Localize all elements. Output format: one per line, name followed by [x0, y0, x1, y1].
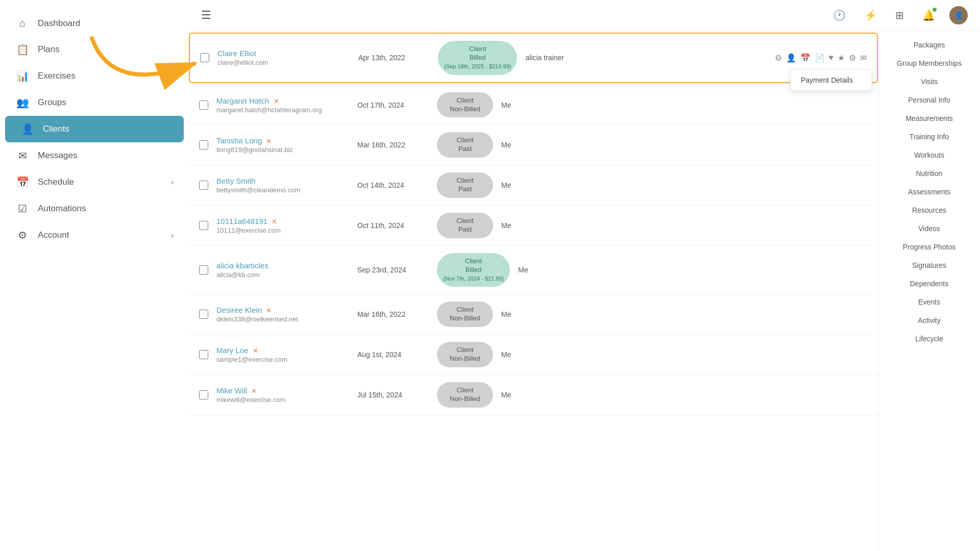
- client-date: Jul 15th, 2024: [357, 391, 429, 399]
- client-email: alicia@kb.com: [216, 271, 349, 279]
- exercises-icon: 📊: [15, 70, 30, 82]
- sidebar-item-clients[interactable]: 👤 Clients: [5, 116, 184, 142]
- client-name[interactable]: alicia kbarticles: [216, 261, 349, 270]
- client-name[interactable]: Betty Smith: [216, 177, 349, 185]
- client-checkbox[interactable]: [200, 53, 209, 62]
- client-info: Claire Elliot claire@elliot.com: [217, 49, 350, 66]
- client-row: Claire Elliot claire@elliot.com Apr 13th…: [189, 33, 878, 83]
- right-sidebar-resources[interactable]: Resources: [878, 201, 980, 219]
- heart-icon[interactable]: ♥: [829, 53, 834, 62]
- sidebar-item-account[interactable]: ⚙ Account ›: [0, 222, 189, 248]
- sidebar-item-dashboard[interactable]: ⌂ Dashboard: [0, 10, 189, 36]
- clients-icon: 👤: [20, 123, 35, 135]
- client-info: 10111a648191 ✕ 10111@exercise.com: [216, 217, 349, 234]
- client-info: Mike Will ✕ mikewill@exercise.com: [216, 386, 349, 404]
- sidebar: ⌂ Dashboard 📋 Plans 📊 Exercises 👥 Groups…: [0, 0, 189, 551]
- sidebar-item-messages[interactable]: ✉ Messages: [0, 142, 189, 169]
- right-sidebar-nutrition[interactable]: Nutrition: [878, 164, 980, 183]
- grid-icon[interactable]: ⊞: [895, 9, 904, 21]
- sidebar-item-plans[interactable]: 📋 Plans: [0, 36, 189, 63]
- clock-icon[interactable]: 🕐: [833, 9, 846, 21]
- client-name[interactable]: Tanisha Long ✕: [216, 136, 349, 145]
- status-badge: ClientNon-Billed: [437, 302, 493, 327]
- calendar-icon[interactable]: 📅: [800, 53, 811, 63]
- right-sidebar-measurements[interactable]: Measurements: [878, 109, 980, 128]
- right-sidebar-dependents[interactable]: Dependents: [878, 274, 980, 293]
- gear-icon[interactable]: ⚙: [849, 53, 856, 63]
- schedule-icon: 📅: [15, 176, 30, 188]
- client-checkbox[interactable]: [199, 181, 208, 190]
- right-sidebar-packages[interactable]: Packages: [878, 36, 980, 54]
- client-info: Desiree Klein ✕ dklein338@nielkeerised.n…: [216, 306, 349, 323]
- lightning-icon[interactable]: ⚡: [864, 9, 877, 21]
- client-info: Mary Loe ✕ sample1@exercise.com: [216, 346, 349, 363]
- client-date: Sep 23rd, 2024: [357, 266, 429, 274]
- right-sidebar-training-info[interactable]: Training Info: [878, 128, 980, 146]
- client-info: alicia kbarticles alicia@kb.com: [216, 261, 349, 279]
- sidebar-item-automations[interactable]: ☑ Automations: [0, 195, 189, 222]
- client-name[interactable]: Mike Will ✕: [216, 386, 349, 395]
- content-area: Claire Elliot claire@elliot.com Apr 13th…: [189, 31, 980, 551]
- client-checkbox[interactable]: [199, 140, 208, 149]
- home-icon: ⌂: [15, 17, 30, 29]
- sidebar-item-schedule[interactable]: 📅 Schedule ›: [0, 169, 189, 195]
- client-email: tlong819@gnolahsinat.biz: [216, 146, 349, 154]
- client-name[interactable]: Desiree Klein ✕: [216, 306, 349, 314]
- warning-icon: ✕: [266, 137, 272, 145]
- sidebar-item-label: Clients: [43, 124, 69, 134]
- menu-icon[interactable]: ☰: [201, 9, 211, 22]
- payment-details-item[interactable]: Payment Details: [791, 70, 871, 90]
- right-sidebar-lifecycle[interactable]: Lifecycle: [878, 330, 980, 348]
- client-checkbox[interactable]: [199, 390, 208, 399]
- warning-icon: ✕: [253, 347, 258, 355]
- client-checkbox[interactable]: [199, 101, 208, 110]
- email-icon[interactable]: ✉: [860, 53, 867, 63]
- sidebar-item-label: Exercises: [38, 71, 76, 81]
- document-icon[interactable]: 📄: [815, 53, 825, 63]
- right-sidebar-videos[interactable]: Videos: [878, 219, 980, 238]
- chevron-right-icon: ›: [171, 231, 174, 239]
- warning-icon: ✕: [251, 387, 257, 395]
- star-icon[interactable]: ★: [838, 53, 845, 63]
- client-checkbox[interactable]: [199, 265, 208, 274]
- client-row: Desiree Klein ✕ dklein338@nielkeerised.n…: [189, 294, 878, 335]
- right-sidebar-assessments[interactable]: Assessments: [878, 183, 980, 201]
- client-trainer: alicia trainer: [525, 54, 586, 62]
- status-badge: ClientBilled(Nov 7th, 2024 - $21.99): [437, 253, 510, 287]
- client-date: Mar 16th, 2022: [357, 141, 429, 149]
- account-icon: ⚙: [15, 229, 30, 241]
- client-row: Mary Loe ✕ sample1@exercise.com Aug 1st,…: [189, 335, 878, 375]
- right-sidebar-group-memberships[interactable]: Group Memberships: [878, 54, 980, 72]
- client-checkbox[interactable]: [199, 350, 208, 359]
- settings-icon[interactable]: ⚙: [775, 53, 782, 63]
- warning-icon: ✕: [266, 307, 272, 314]
- sidebar-item-label: Account: [38, 230, 69, 240]
- client-info: Tanisha Long ✕ tlong819@gnolahsinat.biz: [216, 136, 349, 154]
- client-checkbox[interactable]: [199, 310, 208, 319]
- client-checkbox[interactable]: [199, 221, 208, 230]
- client-name[interactable]: Mary Loe ✕: [216, 346, 349, 355]
- status-badge: ClientPaid: [437, 213, 493, 238]
- right-sidebar-events[interactable]: Events: [878, 293, 980, 311]
- right-sidebar-personal-info[interactable]: Personal Info: [878, 91, 980, 109]
- right-sidebar-progress-photos[interactable]: Progress Photos: [878, 238, 980, 256]
- right-sidebar-workouts[interactable]: Workouts: [878, 146, 980, 164]
- right-sidebar-activity[interactable]: Activity: [878, 311, 980, 330]
- bell-icon[interactable]: 🔔: [922, 9, 935, 21]
- groups-icon: 👥: [15, 96, 30, 109]
- right-sidebar-signatures[interactable]: Signatures: [878, 256, 980, 274]
- person-icon[interactable]: 👤: [786, 53, 796, 63]
- client-name[interactable]: Claire Elliot: [217, 49, 350, 58]
- user-avatar[interactable]: 👤: [949, 6, 968, 24]
- client-name[interactable]: 10111a648191 ✕: [216, 217, 349, 226]
- chevron-right-icon: ›: [171, 178, 174, 186]
- right-sidebar-visits[interactable]: Visits: [878, 72, 980, 91]
- client-date: Oct 11th, 2024: [357, 221, 429, 230]
- client-email: mikewill@exercise.com: [216, 396, 349, 404]
- sidebar-item-exercises[interactable]: 📊 Exercises: [0, 63, 189, 89]
- sidebar-item-groups[interactable]: 👥 Groups: [0, 89, 189, 116]
- status-badge: ClientBilled(Sep 16th, 2025 - $219.99): [438, 41, 517, 75]
- client-row: Betty Smith bettysmith@cleandemo.com Oct…: [189, 165, 878, 206]
- client-row: alicia kbarticles alicia@kb.com Sep 23rd…: [189, 246, 878, 295]
- client-name[interactable]: Margaret Hatch ✕: [216, 96, 349, 105]
